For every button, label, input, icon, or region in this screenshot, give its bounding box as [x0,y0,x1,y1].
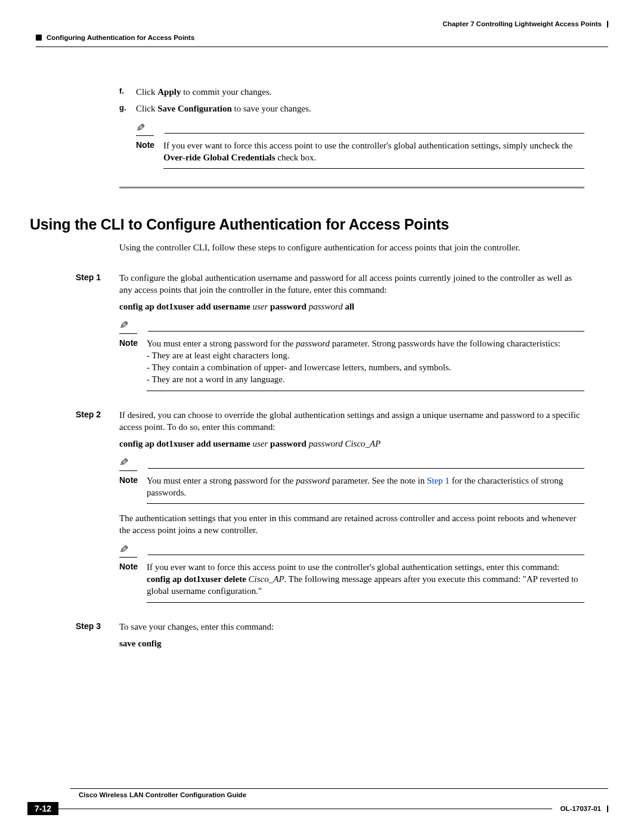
note-icon-row: ✎ [119,320,584,333]
note-label: Note [136,140,163,151]
note-top-rule [148,555,584,555]
step-3-command: save config [119,637,584,649]
cmd1-b3: all [345,302,354,311]
n2-p1: You must enter a strong password for the [147,476,296,485]
step1-link[interactable]: Step 1 [427,476,450,485]
note-block-2: ✎ Note You must enter a strong password … [119,457,584,504]
note-block-g: ✎ Note If you ever want to force this ac… [136,122,584,169]
note-top-rule [148,331,584,332]
header-square-icon [36,35,42,41]
n1-p3: parameter. Strong passwords have the fol… [330,339,561,348]
note-row: Note If you ever want to force this acce… [119,561,584,597]
icon-underline [119,557,137,558]
footer-rule [70,788,608,789]
note-icon-row: ✎ [119,457,584,470]
note-block-3: ✎ Note If you ever want to force this ac… [119,544,584,603]
cmd2-b2: password [270,439,306,448]
note-bottom-rule [147,391,584,391]
icon-underline [136,135,154,136]
note-row: Note You must enter a strong password fo… [119,475,584,499]
note-g-t2: Over-ride Global Credentials [163,153,275,162]
reboot-paragraph: The authentication settings that you ent… [119,512,584,537]
header-chapter-text: Chapter 7 Controlling Lightweight Access… [442,20,602,27]
pencil-icon: ✎ [135,122,145,134]
footer-guide-title: Cisco Wireless LAN Controller Configurat… [79,791,608,798]
cmd1-i2: password [309,302,343,311]
text-f-bold: Apply [157,87,181,97]
footer-doc-id-text: OL-17037-01 [561,805,601,812]
note-icon-wrap: ✎ [136,122,154,136]
cmd1-b1: config ap dot1xuser add username [119,302,250,311]
cmd2-i1: user [253,439,268,448]
note-body: If you ever want to force this access po… [163,140,584,164]
header-section-text: Configuring Authentication for Access Po… [47,34,194,41]
pencil-icon: ✎ [119,320,128,332]
note-icon-wrap: ✎ [119,457,137,470]
step-1-command: config ap dot1xuser add username user pa… [119,301,584,312]
header-section: Configuring Authentication for Access Po… [36,34,194,41]
pencil-icon: ✎ [119,457,128,469]
step-1: Step 1 To configure the global authentic… [76,272,584,391]
cmd2-b1: config ap dot1xuser add username [119,439,250,448]
cmd3-b1: save config [119,639,161,648]
text-g-post: to save your changes. [232,104,311,113]
header-tick-icon [607,21,608,27]
header-rule [36,47,608,47]
note-row: Note If you ever want to force this acce… [136,140,584,164]
step-2-body: If desired, you can choose to override t… [119,409,584,433]
step-3-label: Step 3 [76,621,101,632]
list-marker-f: f. [119,86,124,97]
list-item-f: f. Click Apply to commit your changes. [119,86,584,98]
note-icon-wrap: ✎ [119,544,137,558]
note-label: Note [119,475,147,486]
n3-p2: config ap dot1xuser delete [147,574,246,584]
cmd1-b2: password [270,302,306,311]
page-number-box: 7-12 [27,802,58,815]
note-label: Note [119,561,147,572]
cmd2-i2: password Cisco_AP [309,439,381,448]
note-g-t1: If you ever want to force this access po… [163,141,572,150]
note-body: You must enter a strong password for the… [147,475,584,499]
text-f-pre: Click [136,87,157,97]
note-body: You must enter a strong password for the… [147,337,584,386]
note-bottom-rule [147,503,584,504]
n3-p1: If you ever want to force this access po… [147,562,559,572]
footer-bottom-row: 7-12 OL-17037-01 [27,802,608,815]
note-body: If you ever want to force this access po… [147,561,584,597]
step-1-label: Step 1 [76,272,101,283]
step-1-body: To configure the global authentication u… [119,272,584,296]
note-top-rule [148,468,584,469]
cmd1-i1: user [253,302,268,311]
note-bottom-rule [147,602,584,603]
page: Chapter 7 Controlling Lightweight Access… [0,0,644,833]
note-label: Note [119,337,147,349]
n1-p2: password [296,339,330,348]
n1-b2: - They contain a combination of upper- a… [147,363,451,372]
header-chapter: Chapter 7 Controlling Lightweight Access… [442,20,608,27]
step-2-label: Step 2 [76,409,101,420]
n1-b3: - They are not a word in any language. [147,374,285,384]
intro-paragraph: Using the controller CLI, follow these s… [119,241,584,253]
footer-inner: Cisco Wireless LAN Controller Configurat… [70,788,608,815]
note-icon-row: ✎ [119,544,584,558]
footer-tail-rule [58,809,552,809]
n1-b1: - They are at least eight characters lon… [147,351,290,360]
icon-underline [119,470,137,471]
footer-doc-id: OL-17037-01 [561,805,608,812]
pencil-icon: ✎ [119,543,128,556]
step-3-body: To save your changes, enter this command… [119,621,584,633]
list-item-g: g. Click Save Configuration to save your… [119,103,584,169]
running-header: Chapter 7 Controlling Lightweight Access… [36,20,608,35]
n2-p3: parameter. See the note in [330,476,427,485]
note-g-t3: check box. [275,153,316,162]
n1-p1: You must enter a strong password for the [147,339,296,348]
step-3: Step 3 To save your changes, enter this … [76,621,584,650]
note-row: Note You must enter a strong password fo… [119,337,584,386]
text-g-bold: Save Configuration [157,104,232,113]
note-icon-row: ✎ [136,122,584,136]
n2-p2: password [296,476,330,485]
note-icon-wrap: ✎ [119,320,137,333]
step-2-command: config ap dot1xuser add username user pa… [119,438,584,450]
note-top-rule [165,133,584,134]
page-footer: Cisco Wireless LAN Controller Configurat… [0,788,644,815]
